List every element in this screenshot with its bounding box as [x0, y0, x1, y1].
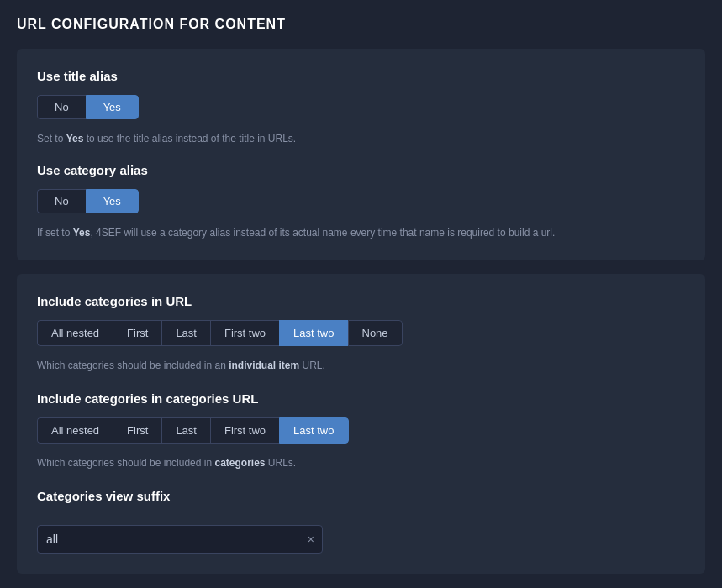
category-alias-heading: Use category alias [37, 163, 685, 177]
categories-view-suffix-section: Categories view suffix × [37, 489, 685, 554]
include-categories-url-btn-last[interactable]: Last [161, 320, 210, 346]
title-category-alias-card: Use title alias No Yes Set to Yes to use… [17, 49, 705, 260]
include-categories-url-btn-first[interactable]: First [113, 320, 161, 346]
include-categories-url-help-bold: individual item [229, 360, 299, 371]
categories-url-card: Include categories in URL All nestedFirs… [17, 274, 705, 574]
include-categories-cat-url-help-suffix: URLs. [266, 457, 297, 469]
include-categories-cat-url-section: Include categories in categories URL All… [37, 391, 685, 470]
include-categories-url-btn-first-two[interactable]: First two [210, 320, 279, 346]
title-alias-no-button[interactable]: No [37, 95, 86, 119]
categories-view-suffix-heading: Categories view suffix [37, 489, 685, 503]
category-alias-toggle-group: No Yes [37, 189, 139, 213]
include-categories-url-help-prefix: Which categories should be included in a… [37, 360, 229, 371]
category-alias-help: If set to Yes, 4SEF will use a category … [37, 225, 685, 240]
suffix-input-wrapper: × [37, 525, 323, 554]
include-categories-url-help: Which categories should be included in a… [37, 358, 685, 373]
include-categories-cat-url-btn-last-two[interactable]: Last two [279, 417, 348, 444]
title-alias-section: Use title alias No Yes Set to Yes to use… [37, 69, 685, 146]
include-categories-cat-url-help-bold: categories [214, 457, 265, 469]
title-alias-heading: Use title alias [37, 69, 685, 83]
include-categories-url-btn-group: All nestedFirstLastFirst twoLast twoNone [37, 320, 403, 346]
category-alias-yes-button[interactable]: Yes [86, 189, 139, 213]
include-categories-cat-url-heading: Include categories in categories URL [37, 391, 685, 406]
title-alias-help-suffix: to use the title alias instead of the ti… [83, 133, 296, 144]
title-alias-yes-button[interactable]: Yes [86, 95, 139, 119]
category-alias-no-button[interactable]: No [37, 189, 86, 213]
title-alias-help-bold: Yes [66, 133, 84, 144]
include-categories-url-help-suffix: URL. [299, 360, 325, 371]
include-categories-url-heading: Include categories in URL [37, 294, 685, 308]
include-categories-cat-url-btn-all-nested[interactable]: All nested [37, 417, 113, 444]
category-alias-help-bold: Yes [73, 227, 91, 239]
title-alias-help-prefix: Set to [37, 133, 66, 144]
title-alias-toggle-group: No Yes [37, 95, 139, 119]
include-categories-url-btn-none[interactable]: None [348, 320, 403, 346]
include-categories-cat-url-help-prefix: Which categories should be included in [37, 457, 214, 469]
include-categories-cat-url-help: Which categories should be included in c… [37, 455, 685, 470]
category-alias-section: Use category alias No Yes If set to Yes,… [37, 163, 685, 240]
include-categories-url-btn-all-nested[interactable]: All nested [37, 320, 113, 346]
page-title: URL CONFIGURATION FOR CONTENT [17, 17, 705, 32]
include-categories-cat-url-btn-first[interactable]: First [113, 417, 161, 444]
category-alias-help-prefix: If set to [37, 227, 73, 239]
include-categories-cat-url-btn-group: All nestedFirstLastFirst twoLast two [37, 417, 349, 444]
include-categories-cat-url-btn-first-two[interactable]: First two [210, 417, 279, 444]
category-alias-help-suffix: , 4SEF will use a category alias instead… [90, 227, 555, 239]
include-categories-cat-url-btn-last[interactable]: Last [161, 417, 210, 444]
title-alias-help: Set to Yes to use the title alias instea… [37, 131, 685, 146]
suffix-input[interactable] [37, 525, 323, 554]
include-categories-url-section: Include categories in URL All nestedFirs… [37, 294, 685, 373]
suffix-clear-button[interactable]: × [308, 533, 314, 545]
include-categories-url-btn-last-two[interactable]: Last two [279, 320, 347, 346]
